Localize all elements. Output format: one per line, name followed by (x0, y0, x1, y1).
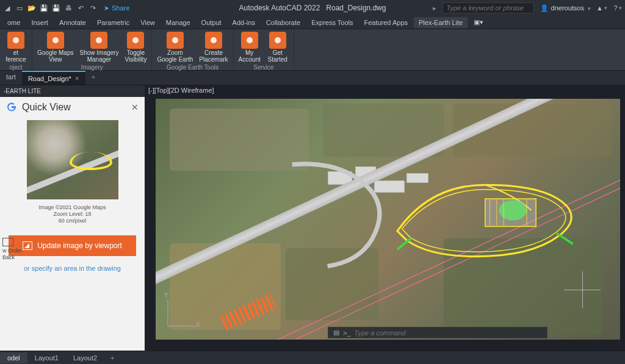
open-icon[interactable]: 📂 (27, 3, 37, 13)
help-search-input[interactable] (443, 2, 534, 13)
undo-icon[interactable]: ↶ (76, 3, 85, 13)
satellite-imagery (156, 99, 620, 340)
ribbon-tabs: omeInsertAnnotateParametricViewManageOut… (0, 16, 625, 29)
ribbon-group-google-earth-tools: Zoom Google EarthCreate PlacemarkGoogle … (152, 29, 233, 70)
ribbon-button-icon (167, 32, 184, 49)
command-line[interactable]: ▤ >_ (328, 327, 547, 338)
x-axis-label: X (196, 321, 200, 328)
user-name: dneroutsos (551, 4, 584, 12)
ribbon-panel: et ferenceojectGoogle Maps ViewShow Imag… (0, 29, 625, 71)
google-logo-icon (6, 102, 17, 113)
start-tab[interactable]: tart (0, 71, 22, 85)
menu-tab-parametric[interactable]: Parametric (92, 17, 134, 28)
image-info: Image ©2021 Google Maps Zoom Level: 18 6… (0, 202, 145, 230)
add-layout-button[interactable]: + (104, 352, 120, 363)
quick-access-toolbar: ◢ ▭ 📂 💾 💾 🖶 ↶ ↷ (2, 3, 98, 13)
ribbon-group-title: oject (9, 64, 22, 71)
document-tabs: tart Road_Design* × + (0, 71, 625, 85)
svg-point-0 (13, 37, 19, 43)
menu-tab-collaborate[interactable]: Collaborate (261, 17, 305, 28)
menu-tab-featured-apps[interactable]: Featured Apps (359, 17, 413, 28)
close-icon[interactable]: × (75, 74, 79, 83)
share-button[interactable]: ➤ Share (104, 4, 129, 12)
menu-tab-plex-earth-lite[interactable]: Plex-Earth Lite (414, 17, 468, 28)
layout-tab-odel[interactable]: odel (0, 352, 27, 363)
menu-tab-output[interactable]: Output (197, 17, 226, 28)
ribbon-group-oject: et ferenceoject (0, 29, 32, 70)
layout-tabs: odelLayout1Layout2+ (0, 351, 625, 364)
command-prompt-icon: >_ (343, 329, 351, 337)
ribbon-button-show-imagery[interactable]: Show Imagery Manager (77, 30, 121, 64)
svg-point-5 (211, 37, 217, 43)
autocad-logo-icon[interactable]: ◢ (2, 3, 12, 13)
menu-tab-manage[interactable]: Manage (161, 17, 195, 28)
ribbon-button-label: Show Imagery Manager (79, 49, 118, 63)
svg-point-1 (52, 37, 59, 43)
ribbon-button-icon (241, 32, 258, 49)
ribbon-button-et[interactable]: et ference (2, 30, 29, 64)
document-tab-active[interactable]: Road_Design* × (22, 71, 85, 85)
command-input[interactable] (355, 329, 513, 337)
menu-tab-view[interactable]: View (135, 17, 160, 28)
plot-icon[interactable]: 🖶 (63, 3, 73, 13)
layout-tab-layout2[interactable]: Layout2 (66, 352, 104, 363)
save-icon[interactable]: 💾 (39, 3, 49, 13)
menu-tab-insert[interactable]: Insert (26, 17, 53, 28)
crosshair-cursor (564, 271, 601, 308)
close-icon[interactable]: ✕ (131, 102, 139, 112)
ribbon-group-title: Google Earth Tools (167, 64, 219, 71)
user-icon: 👤 (540, 4, 549, 12)
new-icon[interactable]: ▭ (15, 3, 24, 13)
ribbon-button-label: Create Placemark (199, 49, 228, 63)
ribbon-button-label: Google Maps View (37, 49, 73, 63)
specify-area-link[interactable]: or specify an area in the drawing (0, 261, 145, 280)
ribbon-button-label: et ference (5, 49, 26, 63)
ribbon-button-zoom[interactable]: Zoom Google Earth (154, 30, 195, 64)
help-icon[interactable]: ? (613, 3, 623, 13)
ribbon-button-icon (269, 32, 286, 49)
ribbon-button-create[interactable]: Create Placemark (197, 30, 230, 64)
ribbon-button-icon (205, 32, 222, 49)
ribbon-group-service: My AccountGet StartedService (234, 29, 294, 70)
ribbon-minimize-icon[interactable]: ▣▾ (469, 16, 488, 28)
ribbon-button-get[interactable]: Get Started (264, 30, 291, 64)
file-name: Road_Design.dwg (326, 4, 386, 12)
map-thumbnail (27, 120, 118, 199)
redo-icon[interactable]: ↷ (88, 3, 98, 13)
layout-tab-layout1[interactable]: Layout1 (27, 352, 66, 363)
share-label: Share (112, 4, 129, 12)
document-tab-label: Road_Design* (28, 75, 71, 82)
menu-tab-add-ins[interactable]: Add-ins (228, 17, 260, 28)
panel-title: Quick View (22, 102, 126, 113)
ribbon-button-google-maps[interactable]: Google Maps View (35, 30, 76, 64)
autodesk-app-icon[interactable]: ▲ (597, 3, 607, 13)
svg-point-6 (247, 37, 253, 43)
ribbon-button-my[interactable]: My Account (236, 30, 263, 64)
ribbon-button-icon (127, 32, 144, 49)
new-tab-button[interactable]: + (85, 71, 101, 85)
saveas-icon[interactable]: 💾 (51, 3, 61, 13)
ribbon-button-icon (47, 32, 64, 49)
ribbon-button-label: My Account (239, 49, 261, 63)
update-button-label: Update image by viewport (37, 241, 122, 250)
menu-tab-ome[interactable]: ome (2, 17, 25, 28)
quick-view-panel: -EARTH LITE Quick View ✕ w Order: Back I… (0, 85, 145, 351)
menu-tab-express-tools[interactable]: Express Tools (306, 17, 358, 28)
svg-point-2 (96, 37, 102, 43)
drawing-viewport[interactable]: [-][Top][2D Wireframe] (145, 85, 625, 351)
window-title: Autodesk AutoCAD 2022 Road_Design.dwg (239, 4, 386, 12)
viewport-label[interactable]: [-][Top][2D Wireframe] (148, 87, 214, 94)
svg-point-3 (132, 37, 139, 43)
menu-tab-annotate[interactable]: Annotate (54, 17, 91, 28)
main-area: -EARTH LITE Quick View ✕ w Order: Back I… (0, 85, 625, 351)
command-icon: ▤ (333, 329, 339, 337)
ribbon-button-toggle[interactable]: Toggle Visibility (122, 30, 149, 64)
y-axis-label: Y (164, 292, 168, 299)
ribbon-group-title: Imagery (81, 64, 103, 71)
ribbon-group-title: Service (253, 64, 273, 71)
user-menu[interactable]: 👤 dneroutsos (540, 4, 591, 12)
panel-header-strip: -EARTH LITE (0, 85, 145, 97)
ribbon-button-label: Toggle Visibility (125, 49, 146, 63)
image-icon (23, 241, 32, 250)
ucs-icon: Y X (162, 296, 198, 334)
